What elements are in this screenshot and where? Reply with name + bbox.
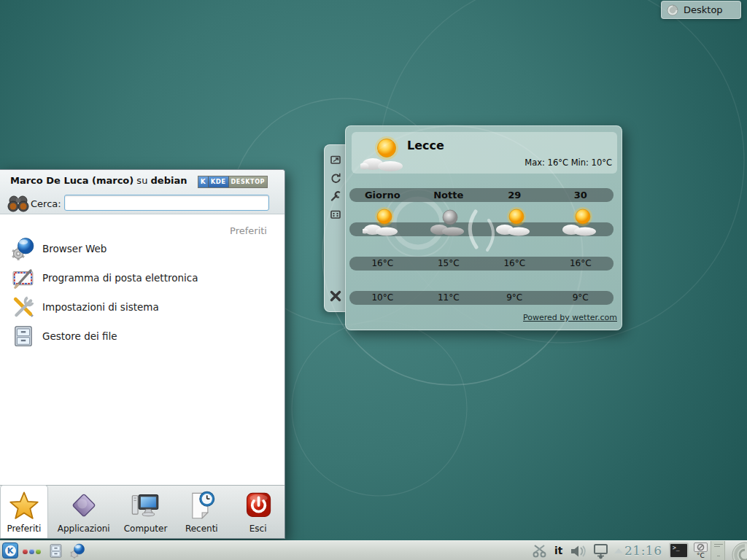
moon-cloud-icon [429, 206, 468, 237]
volume-icon[interactable] [570, 544, 589, 559]
kde-k-letter: K [7, 546, 14, 556]
desktop: Desktop [0, 0, 747, 560]
kickoff-menu: Marco De Luca (marco) su debian K KDE DE… [0, 169, 285, 539]
menu-item-label: Gestore dei file [42, 330, 117, 342]
kde-menu-button[interactable]: K [2, 542, 18, 559]
green-dot-icon[interactable] [36, 549, 41, 554]
tab-applicazioni[interactable]: Applicazioni [48, 486, 120, 538]
day-temp: 16°C [481, 257, 548, 271]
widget-handle[interactable] [324, 144, 346, 312]
tab-recenti[interactable]: Recenti [171, 486, 231, 538]
weather-max-min: Max: 16°C Min: 10°C [525, 158, 612, 168]
tab-computer[interactable]: Computer [120, 486, 172, 538]
weather-col-header: 30 [548, 188, 614, 202]
search-label: Cerca: [31, 198, 61, 209]
night-temp: 10°C [349, 291, 416, 305]
sun-cloud-icon [363, 206, 402, 237]
weather-col-header: Giorno [349, 188, 416, 202]
user-name: Marco De Luca (marco) [10, 175, 133, 186]
sun-cloud-icon [561, 206, 600, 237]
crossed-tools-icon [12, 295, 35, 319]
red-dot-icon[interactable] [23, 549, 28, 554]
mail-pen-icon [12, 266, 35, 289]
tab-label: Recenti [171, 524, 231, 534]
star-icon [9, 490, 39, 521]
menu-item-label: Programma di posta elettronica [42, 272, 198, 284]
tab-esci[interactable]: Esci [231, 486, 285, 538]
night-temp: 9°C [481, 291, 548, 305]
day-temp: 16°C [548, 257, 614, 271]
scissors-klipper-icon[interactable] [532, 544, 549, 558]
globe-gear-small-icon[interactable] [70, 543, 85, 559]
globe-gear-icon [12, 237, 35, 260]
weather-col-header: Notte [416, 188, 482, 202]
network-monitor-icon[interactable] [592, 543, 611, 559]
user-title: Marco De Luca (marco) su debian [10, 175, 187, 186]
weather-widget: Lecce Max: 16°C Min: 10°C Giorno Notte 2… [345, 125, 622, 330]
tab-label: Computer [120, 524, 172, 534]
terminal-icon[interactable]: >_ [669, 542, 689, 559]
night-temp: 9°C [548, 291, 614, 305]
rotate-icon[interactable] [330, 172, 341, 184]
power-icon [243, 490, 274, 521]
menu-item-label: Browser Web [42, 243, 107, 254]
folderview-title: Desktop [684, 4, 723, 15]
computer-icon [130, 490, 160, 521]
kde-logo-icon: K [198, 176, 209, 187]
resize-icon[interactable] [330, 154, 341, 166]
tab-label: Esci [231, 524, 285, 534]
menu-item-settings[interactable]: Impostazioni di sistema [0, 292, 285, 322]
purple-diamond-icon [69, 490, 99, 521]
kde-desktop-badge: K KDE DESKTOP [198, 176, 268, 188]
file-cabinet-small-icon[interactable] [48, 543, 63, 559]
weather-tray-unit: °C [694, 552, 708, 559]
menu-item-mail[interactable]: Programma di posta elettronica [0, 263, 285, 292]
menu-item-label: Impostazioni di sistema [42, 301, 159, 313]
screen-settings-icon[interactable] [330, 209, 341, 220]
sun-cloud-icon [495, 206, 534, 237]
file-cabinet-icon [12, 324, 35, 348]
document-clock-icon [186, 490, 217, 521]
plasma-swirl-icon [667, 4, 678, 16]
tab-preferiti[interactable]: Preferiti [0, 485, 48, 538]
weather-tray-icon[interactable] [694, 542, 708, 552]
clock[interactable]: 21:16 [624, 543, 662, 558]
configure-wrench-icon[interactable] [330, 190, 341, 202]
kickoff-tab-bar: Preferiti Applicazioni Computer [0, 485, 285, 538]
search-input[interactable] [64, 195, 269, 211]
sun-cloud-icon [360, 135, 409, 173]
weather-night-temps-bar: 10°C 11°C 9°C 9°C [349, 291, 614, 305]
taskbar-panel: K it [0, 540, 747, 560]
kickoff-header: Marco De Luca (marco) su debian K KDE DE… [0, 170, 285, 214]
host-name: debian [151, 175, 187, 186]
search-binoculars-icon [7, 192, 29, 213]
blue-dot-icon[interactable] [29, 549, 34, 554]
close-icon[interactable] [329, 289, 342, 303]
weather-columns-bar: Giorno Notte 29 30 [349, 188, 614, 202]
day-temp: 16°C [349, 257, 416, 271]
weather-credit-link[interactable]: Powered by wetter.com [523, 313, 617, 322]
panel-mini-widget[interactable] [711, 541, 725, 560]
folderview-widget[interactable]: Desktop [661, 1, 741, 19]
title-connector: su [136, 175, 147, 186]
menu-item-browser[interactable]: Browser Web [0, 234, 285, 263]
panel-cashew-icon[interactable] [732, 542, 747, 560]
tab-label: Applicazioni [48, 524, 120, 534]
day-temp: 15°C [416, 257, 482, 271]
menu-item-filemanager[interactable]: Gestore dei file [0, 322, 285, 351]
keyboard-layout-indicator[interactable]: it [554, 545, 562, 556]
kickoff-body: Preferiti Browser Web [0, 215, 285, 486]
weather-day-temps-bar: 16°C 15°C 16°C 16°C [349, 257, 614, 271]
tab-label: Preferiti [1, 524, 47, 534]
weather-col-header: 29 [481, 188, 548, 202]
expand-tray-arrow[interactable] [614, 548, 623, 553]
night-temp: 11°C [416, 291, 482, 305]
weather-city: Lecce [407, 139, 444, 152]
